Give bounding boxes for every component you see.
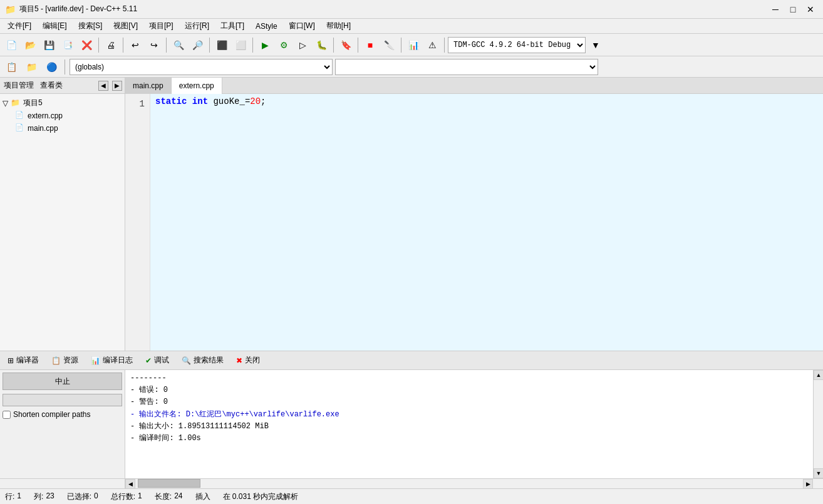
title-bar-left: 📁 项目5 - [varlife.dev] - Dev-C++ 5.11 <box>5 4 137 14</box>
window-title: 项目5 - [varlife.dev] - Dev-C++ 5.11 <box>19 4 137 14</box>
sidebar-tab-class[interactable]: 查看类 <box>39 80 64 91</box>
compile-button[interactable]: ⚙ <box>275 36 292 54</box>
indent-button[interactable]: ⬛ <box>213 36 230 54</box>
kill-button[interactable]: 🔪 <box>380 36 398 54</box>
members-dropdown[interactable] <box>335 59 598 75</box>
status-total-label: 总行数: <box>111 491 135 502</box>
tab-main-cpp[interactable]: main.cpp <box>125 78 172 94</box>
syntax-check-button[interactable]: ⚠ <box>423 36 441 54</box>
bottom-hscrollbar[interactable]: ◀ ▶ <box>0 478 823 488</box>
tree-item-extern[interactable]: 📄 extern.cpp <box>15 110 122 122</box>
progress-bar <box>3 394 122 406</box>
output-line-5: - 编译时间: 1.00s <box>130 433 808 445</box>
profiler-button[interactable]: 📊 <box>405 36 422 54</box>
tab-close[interactable]: ✖ 关闭 <box>231 352 265 369</box>
menu-astyle[interactable]: AStyle <box>251 19 282 33</box>
globals-dropdown[interactable]: (globals) <box>70 59 333 75</box>
toolbar-nav: 📋 📁 🔵 (globals) <box>0 56 823 78</box>
sidebar-tab-project[interactable]: 项目管理 <box>3 80 35 91</box>
shorten-paths-label[interactable]: Shorten compiler paths <box>13 410 90 419</box>
find-button[interactable]: 🔍 <box>170 36 187 54</box>
toolbar-sep-6 <box>333 38 334 53</box>
toolbar-sep-4 <box>209 38 210 53</box>
hscroll-track <box>135 479 803 488</box>
menu-run[interactable]: 运行[R] <box>180 19 214 33</box>
unindent-button[interactable]: ⬜ <box>232 36 249 54</box>
tab-debug[interactable]: ✔ 调试 <box>140 352 174 369</box>
vscroll-down-btn[interactable]: ▼ <box>814 468 823 478</box>
hscroll-right-btn[interactable]: ▶ <box>803 479 813 489</box>
vscroll-track <box>814 380 823 468</box>
tab-extern-cpp[interactable]: extern.cpp <box>172 78 222 94</box>
hscroll-left-btn[interactable]: ◀ <box>125 479 135 489</box>
bottom-panel: ⊞ 编译器 📋 资源 📊 编译日志 ✔ 调试 🔍 搜索结果 ✖ 关闭 中止 <box>0 351 823 488</box>
save-all-button[interactable]: 📑 <box>59 36 76 54</box>
close-file-button[interactable]: ❌ <box>78 36 95 54</box>
status-row: 行: 1 <box>5 491 21 502</box>
compiler-selector[interactable]: TDM-GCC 4.9.2 64-bit Debug <box>448 37 586 53</box>
open-button[interactable]: 📂 <box>21 36 39 54</box>
save-button[interactable]: 💾 <box>40 36 58 54</box>
abort-button[interactable]: 中止 <box>3 373 122 390</box>
vscroll-up-btn[interactable]: ▲ <box>814 370 823 380</box>
nav-icon-3[interactable]: 🔵 <box>43 58 60 76</box>
tree-root-project[interactable]: ▽ 📁 项目5 <box>3 96 122 110</box>
tab-search-results[interactable]: 🔍 搜索结果 <box>177 352 229 369</box>
debug-button[interactable]: 🐛 <box>313 36 330 54</box>
resources-tab-label: 资源 <box>63 355 78 366</box>
search-tab-label: 搜索结果 <box>194 355 224 366</box>
sidebar: 项目管理 查看类 ◀ ▶ ▽ 📁 项目5 📄 extern.cpp 📄 main… <box>0 78 125 351</box>
tab-compiler[interactable]: ⊞ 编译器 <box>3 352 44 369</box>
menu-help[interactable]: 帮助[H] <box>321 19 356 33</box>
bookmark-button[interactable]: 🔖 <box>337 36 355 54</box>
menu-view[interactable]: 视图[V] <box>108 19 143 33</box>
compilelog-tab-label: 编译日志 <box>103 355 133 366</box>
sidebar-nav-prev[interactable]: ◀ <box>98 81 108 91</box>
new-button[interactable]: 📄 <box>3 36 20 54</box>
nav-icon-1[interactable]: 📋 <box>3 58 20 76</box>
compilelog-tab-icon: 📊 <box>91 356 100 365</box>
status-len-label: 长度: <box>155 491 172 502</box>
print-button[interactable]: 🖨 <box>102 36 120 54</box>
close-button[interactable]: ✕ <box>803 3 818 16</box>
menu-tools[interactable]: 工具[T] <box>215 19 249 33</box>
compile-run-button[interactable]: ▶ <box>256 36 274 54</box>
menu-project[interactable]: 项目[P] <box>144 19 179 33</box>
replace-button[interactable]: 🔎 <box>189 36 206 54</box>
status-col-value: 23 <box>46 491 54 502</box>
shorten-paths-checkbox[interactable] <box>3 411 11 419</box>
stop-button[interactable]: ■ <box>361 36 379 54</box>
toolbar2-sep <box>65 59 65 75</box>
status-bar: 行: 1 列: 23 已选择: 0 总行数: 1 长度: 24 插入 在 0.0… <box>0 488 823 504</box>
status-row-label: 行: <box>5 491 14 502</box>
sidebar-tree: ▽ 📁 项目5 📄 extern.cpp 📄 main.cpp <box>0 94 125 351</box>
minimize-button[interactable]: ─ <box>768 3 783 16</box>
line-number-1: 1 <box>130 99 145 109</box>
code-area[interactable]: 1 static int guoKe_=20; <box>125 94 823 351</box>
title-bar-controls: ─ □ ✕ <box>768 3 818 16</box>
tab-resources[interactable]: 📋 资源 <box>46 352 83 369</box>
menu-window[interactable]: 窗口[W] <box>284 19 320 33</box>
redo-button[interactable]: ↪ <box>145 36 163 54</box>
compiler-tab-icon: ⊞ <box>8 356 14 365</box>
toolbar-sep-1 <box>98 38 99 53</box>
status-mode-value: 插入 <box>195 491 210 502</box>
run-button[interactable]: ▷ <box>294 36 311 54</box>
maximize-button[interactable]: □ <box>785 3 800 16</box>
undo-button[interactable]: ↩ <box>127 36 144 54</box>
menu-search[interactable]: 搜索[S] <box>73 19 108 33</box>
menu-file[interactable]: 文件[F] <box>3 19 36 33</box>
tree-item-main[interactable]: 📄 main.cpp <box>15 122 122 135</box>
sidebar-nav-next[interactable]: ▶ <box>112 81 122 91</box>
toolbar-sep-9 <box>444 38 445 53</box>
status-sel: 已选择: 0 <box>67 491 98 502</box>
menu-edit[interactable]: 编辑[E] <box>38 19 72 33</box>
code-content[interactable]: static int guoKe_=20; <box>150 94 823 351</box>
toolbar-sep-5 <box>252 38 253 53</box>
bottom-vscrollbar[interactable]: ▲ ▼ <box>813 370 823 478</box>
hscroll-thumb[interactable] <box>138 479 200 488</box>
tab-compile-log[interactable]: 📊 编译日志 <box>86 352 138 369</box>
title-bar: 📁 项目5 - [varlife.dev] - Dev-C++ 5.11 ─ □… <box>0 0 823 19</box>
nav-icon-2[interactable]: 📁 <box>23 58 40 76</box>
compiler-dropdown-btn[interactable]: ▼ <box>587 36 604 54</box>
